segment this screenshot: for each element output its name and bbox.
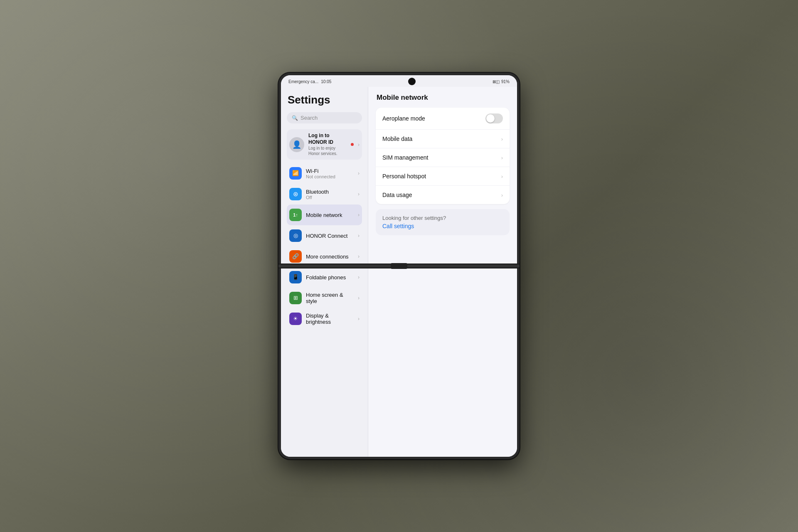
foldable-phones-icon: 📱 xyxy=(289,271,302,283)
aeroplane-mode-label: Aeroplane mode xyxy=(382,115,485,122)
other-settings-card: Looking for other settings? Call setting… xyxy=(376,209,510,235)
toggle-knob xyxy=(486,114,495,123)
foldable-phones-chevron: › xyxy=(358,274,360,280)
sidebar-item-mobile-network[interactable]: 1↑ Mobile network › xyxy=(287,204,362,225)
notification-dot xyxy=(351,143,354,146)
right-panel: Mobile network Aeroplane mode Mobile dat… xyxy=(368,87,517,457)
mobile-network-card: Aeroplane mode Mobile data › SIM managem… xyxy=(376,108,510,204)
bluetooth-chevron: › xyxy=(358,191,360,197)
more-connections-icon: 🔗 xyxy=(289,250,302,263)
left-panel: Settings 🔍 Search 👤 Log in to HONOR ID L… xyxy=(281,87,368,457)
sidebar-item-honor-connect[interactable]: ◎ HONOR Connect › xyxy=(287,225,362,246)
sidebar-item-wifi[interactable]: 📶 Wi-Fi Not connected › xyxy=(287,163,362,184)
sidebar-item-display[interactable]: ☀ Display & brightness › xyxy=(287,308,362,329)
aeroplane-mode-row[interactable]: Aeroplane mode xyxy=(376,108,510,130)
aeroplane-mode-toggle[interactable] xyxy=(485,113,503,123)
personal-hotspot-row[interactable]: Personal hotspot › xyxy=(376,167,510,186)
mobile-network-label: Mobile network xyxy=(306,212,354,218)
display-chevron: › xyxy=(358,316,360,322)
display-icon: ☀ xyxy=(289,313,302,325)
wifi-status: Not connected xyxy=(306,174,354,179)
data-usage-label: Data usage xyxy=(382,192,501,198)
honor-connect-label: HONOR Connect xyxy=(306,233,354,239)
display-label: Display & brightness xyxy=(306,313,354,325)
profile-item[interactable]: 👤 Log in to HONOR ID Log in to enjoy Hon… xyxy=(287,129,362,160)
home-screen-icon: ⊞ xyxy=(289,292,302,304)
front-camera xyxy=(408,78,416,85)
mobile-network-icon: 1↑ xyxy=(289,209,302,221)
right-panel-title: Mobile network xyxy=(376,94,510,102)
profile-text: Log in to HONOR ID Log in to enjoy Honor… xyxy=(308,133,347,156)
phone-device: Emergency ca... 10:05 ⊠◫ 91% Settings 🔍 … xyxy=(278,73,520,459)
sim-management-chevron: › xyxy=(501,155,503,161)
mobile-data-chevron: › xyxy=(501,136,503,142)
profile-name: Log in to HONOR ID xyxy=(308,133,347,145)
wifi-chevron: › xyxy=(358,170,360,176)
call-settings-link[interactable]: Call settings xyxy=(382,223,503,229)
wifi-icon: 📶 xyxy=(289,167,302,180)
signal-icons: ⊠◫ xyxy=(493,79,500,84)
bluetooth-label: Bluetooth xyxy=(306,189,354,195)
main-content: Settings 🔍 Search 👤 Log in to HONOR ID L… xyxy=(281,87,517,457)
profile-subtitle: Log in to enjoy Honor services. xyxy=(308,145,347,156)
mobile-data-row[interactable]: Mobile data › xyxy=(376,130,510,148)
mobile-data-label: Mobile data xyxy=(382,135,501,142)
sidebar-item-foldable-phones[interactable]: 📱 Foldable phones › xyxy=(287,267,362,288)
honor-connect-chevron: › xyxy=(358,233,360,239)
bluetooth-icon: ⊛ xyxy=(289,188,302,200)
home-screen-chevron: › xyxy=(358,295,360,301)
more-connections-label: More connections xyxy=(306,254,354,260)
battery-percent: 91% xyxy=(501,79,510,84)
search-bar[interactable]: 🔍 Search xyxy=(287,112,362,123)
search-icon: 🔍 xyxy=(292,115,298,121)
mobile-network-chevron: › xyxy=(358,212,360,218)
time-text: 10:05 xyxy=(321,79,331,84)
data-usage-row[interactable]: Data usage › xyxy=(376,186,510,204)
honor-connect-icon: ◎ xyxy=(289,229,302,242)
other-settings-title: Looking for other settings? xyxy=(382,215,503,221)
foldable-phones-label: Foldable phones xyxy=(306,274,354,281)
avatar: 👤 xyxy=(289,137,304,152)
status-left: Emergency ca... 10:05 xyxy=(288,79,331,84)
home-screen-label: Home screen & style xyxy=(306,292,354,304)
data-usage-chevron: › xyxy=(501,192,503,198)
sidebar-item-bluetooth[interactable]: ⊛ Bluetooth Off › xyxy=(287,184,362,204)
status-right: ⊠◫ 91% xyxy=(493,79,510,84)
bluetooth-status: Off xyxy=(306,195,354,200)
sim-management-row[interactable]: SIM management › xyxy=(376,148,510,167)
wifi-label: Wi-Fi xyxy=(306,168,354,174)
profile-chevron: › xyxy=(358,142,360,148)
sim-management-label: SIM management xyxy=(382,154,501,161)
more-connections-chevron: › xyxy=(358,254,360,259)
personal-hotspot-label: Personal hotspot xyxy=(382,173,501,180)
sidebar-item-home-screen[interactable]: ⊞ Home screen & style › xyxy=(287,288,362,308)
status-bar: Emergency ca... 10:05 ⊠◫ 91% xyxy=(281,75,517,87)
search-input-label: Search xyxy=(300,115,318,121)
phone-hinge xyxy=(278,264,520,268)
settings-title: Settings xyxy=(287,94,362,106)
emergency-text: Emergency ca... xyxy=(288,79,318,84)
personal-hotspot-chevron: › xyxy=(501,173,503,180)
